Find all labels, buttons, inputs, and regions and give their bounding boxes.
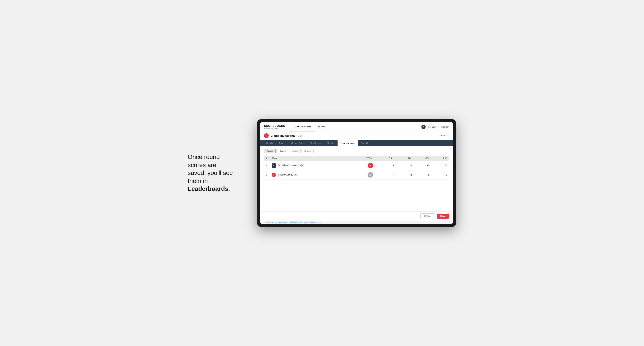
thru-2: F	[375, 170, 396, 180]
col-header-rank: #	[264, 156, 270, 161]
team-logo-2: C	[272, 173, 276, 177]
cancel-button[interactable]: Cancel	[420, 213, 435, 219]
team-2: C Clippd College [A]	[270, 170, 352, 180]
thru-1: F	[375, 161, 396, 170]
tablet-screen: SCOREBOARD Powered by clippd TOURNAMENTS…	[260, 122, 453, 224]
tab-details[interactable]: Details	[263, 140, 276, 146]
tab-course-setup[interactable]: Course Setup	[288, 140, 307, 146]
col-header-rd3: RD3	[432, 156, 449, 161]
col-header-team: TEAM	[270, 156, 352, 161]
powered-by: Powered by clippd	[264, 127, 285, 129]
tab-bar: Details Teams Course Setup Tee Groups Re…	[260, 140, 453, 146]
col-header-rd2: RD2	[414, 156, 432, 161]
status-bar: https://stage-blue-coach.stagescoreboard…	[260, 221, 453, 224]
top-nav: SCOREBOARD Powered by clippd TOURNAMENTS…	[260, 122, 453, 131]
filter-players[interactable]: Players	[276, 149, 288, 153]
description-line1: Once round	[188, 154, 220, 160]
description-end: .	[228, 185, 230, 192]
col-header-thru: THRU	[375, 156, 396, 161]
tournament-cancel[interactable]: Cancel ✕	[439, 134, 449, 137]
left-description: Once round scores are saved, you'll see …	[188, 153, 245, 193]
description-bold: Leaderboards	[188, 185, 228, 192]
description-line4: them in	[188, 177, 208, 184]
total-1: -5	[352, 161, 375, 170]
rd3-2: +3	[432, 170, 449, 180]
footer-bar: Cancel Save	[260, 211, 453, 221]
rd3-1: -6	[432, 161, 449, 170]
user-avatar: S	[422, 125, 426, 129]
rd1-1: -4	[396, 161, 414, 170]
tab-tee-groups[interactable]: Tee Groups	[307, 140, 324, 146]
user-label: Test User	[427, 126, 436, 128]
app-logo: SCOREBOARD	[264, 124, 285, 127]
rd1-2: +8	[396, 170, 414, 180]
nav-links: TOURNAMENTS TEAMS	[291, 122, 422, 131]
score-badge-2: +3	[368, 172, 373, 177]
rd2-1: +5	[414, 161, 432, 170]
table-header-row: # TEAM TOTAL THRU RD1 RD2 RD3	[264, 156, 449, 161]
col-header-total: TOTAL	[352, 156, 375, 161]
tab-leaderboards[interactable]: Leaderboards	[338, 140, 358, 146]
separator: |	[438, 126, 439, 128]
clippd-text: clippd	[274, 127, 278, 129]
close-icon: ✕	[447, 134, 449, 137]
score-badge-1: -5	[368, 163, 373, 168]
table-row: 1 SU Scoreboard University [A] -5 F -4 +…	[264, 161, 449, 170]
rank-1: 1	[264, 161, 270, 170]
filter-row: Teams Players Scores Strokes	[264, 149, 449, 153]
team-logo-1: SU	[272, 164, 276, 168]
tab-teams[interactable]: Teams	[276, 140, 288, 146]
save-button[interactable]: Save	[437, 214, 449, 219]
leaderboard-table: # TEAM TOTAL THRU RD1 RD2 RD3 1	[264, 156, 449, 180]
status-url: https://stage-blue-coach.stagescoreboard…	[264, 221, 321, 223]
rank-2: 2	[264, 170, 270, 180]
tab-results[interactable]: Results	[324, 140, 338, 146]
filter-teams[interactable]: Teams	[264, 149, 276, 153]
rd2-2: -8	[414, 170, 432, 180]
total-2: +3	[352, 170, 375, 180]
logo-area: SCOREBOARD Powered by clippd	[264, 124, 285, 129]
tab-printables[interactable]: Printables	[358, 140, 373, 146]
page-container: Once round scores are saved, you'll see …	[188, 119, 456, 227]
nav-tournaments[interactable]: TOURNAMENTS	[291, 122, 315, 131]
team-name-1: Scoreboard University [A]	[278, 164, 304, 167]
nav-right: S Test User | Sign out	[422, 125, 449, 129]
col-header-rd1: RD1	[396, 156, 414, 161]
tournament-gender: (Men)	[297, 134, 303, 137]
cancel-label: Cancel	[439, 134, 446, 137]
filter-scores[interactable]: Scores	[289, 149, 301, 153]
tournament-logo: C	[264, 133, 269, 138]
content-area: Teams Players Scores Strokes # TEAM TOTA…	[260, 146, 453, 211]
description-line2: scores are	[188, 162, 216, 169]
tournament-title: Clippd Invitational	[270, 134, 296, 137]
team-1: SU Scoreboard University [A]	[270, 161, 352, 170]
sign-out-link[interactable]: Sign out	[441, 126, 449, 128]
team-name-2: Clippd College [A]	[278, 173, 296, 176]
table-row: 2 C Clippd College [A] +3 F +8 -8 +3	[264, 170, 449, 180]
tablet-frame: SCOREBOARD Powered by clippd TOURNAMENTS…	[257, 119, 456, 227]
filter-strokes[interactable]: Strokes	[302, 149, 314, 153]
tournament-header: C Clippd Invitational (Men) Cancel ✕	[260, 131, 453, 140]
description-line3: saved, you'll see	[188, 169, 233, 176]
nav-teams[interactable]: TEAMS	[315, 122, 329, 131]
